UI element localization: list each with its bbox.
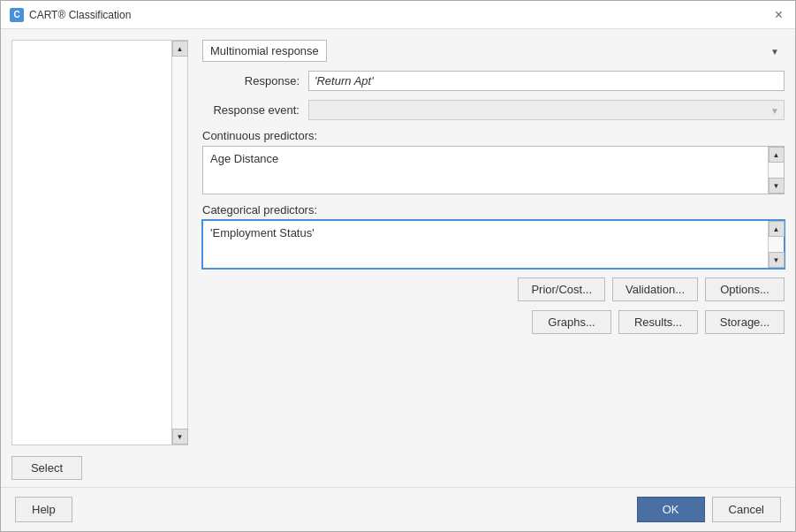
cat-scroll-up[interactable]: ▲ [769, 221, 785, 237]
storage-button[interactable]: Storage... [705, 310, 785, 334]
button-row-2: Graphs... Results... Storage... [202, 310, 785, 334]
response-type-row: Multinomial response Binary response Ord… [202, 40, 785, 62]
cancel-button[interactable]: Cancel [712, 497, 781, 522]
cont-scroll-down[interactable]: ▼ [769, 178, 785, 194]
ok-button[interactable]: OK [637, 497, 705, 522]
cart-classification-dialog: C CART® Classification × ▲ ▼ Multinomial… [0, 0, 796, 532]
dialog-title: CART® Classification [29, 9, 131, 21]
response-input[interactable] [308, 71, 785, 91]
results-button[interactable]: Results... [618, 310, 698, 334]
right-panel: Multinomial response Binary response Ord… [202, 40, 785, 445]
footer-right: OK Cancel [637, 497, 781, 522]
variable-list-content [12, 41, 187, 445]
graphs-button[interactable]: Graphs... [532, 310, 611, 334]
continuous-predictors-label: Continuous predictors: [202, 129, 785, 142]
categorical-predictors-label: Categorical predictors: [202, 203, 785, 217]
response-event-row: Response event: [202, 100, 785, 120]
select-row: Select [1, 456, 795, 487]
response-event-dropdown[interactable] [308, 100, 785, 120]
scroll-up-arrow[interactable]: ▲ [172, 41, 188, 57]
categorical-predictors-input[interactable] [203, 221, 768, 265]
scroll-down-arrow[interactable]: ▼ [172, 429, 188, 445]
continuous-predictors-input[interactable] [203, 147, 768, 191]
continuous-predictors-scrollbar: ▲ ▼ [768, 147, 784, 194]
scroll-track [172, 57, 187, 429]
validation-button[interactable]: Validation... [612, 277, 698, 301]
continuous-predictors-wrapper: ▲ ▼ [202, 146, 785, 194]
response-event-wrapper [308, 100, 785, 120]
categorical-predictors-section: Categorical predictors: ▲ ▼ [202, 203, 785, 269]
options-button[interactable]: Options... [705, 277, 785, 301]
cat-scroll-track [769, 237, 784, 252]
title-bar: C CART® Classification × [1, 1, 795, 29]
response-label: Response: [202, 74, 299, 87]
variable-list-panel: ▲ ▼ [11, 40, 188, 445]
left-panel-scrollbar: ▲ ▼ [171, 41, 187, 445]
help-button[interactable]: Help [15, 497, 72, 522]
response-type-dropdown-wrapper: Multinomial response Binary response Ord… [202, 40, 785, 62]
categorical-predictors-wrapper: ▲ ▼ [202, 220, 785, 269]
footer-left: Help [15, 497, 72, 522]
cont-scroll-up[interactable]: ▲ [769, 147, 785, 163]
continuous-predictors-section: Continuous predictors: ▲ ▼ [202, 129, 785, 194]
cart-icon: C [10, 8, 24, 22]
prior-cost-button[interactable]: Prior/Cost... [518, 277, 605, 301]
response-type-dropdown[interactable]: Multinomial response Binary response Ord… [202, 40, 327, 62]
close-button[interactable]: × [771, 8, 786, 22]
dialog-footer: Help OK Cancel [1, 487, 795, 531]
categorical-predictors-scrollbar: ▲ ▼ [768, 221, 784, 268]
cat-scroll-down[interactable]: ▼ [769, 252, 785, 268]
cont-scroll-track [769, 163, 784, 178]
select-button[interactable]: Select [11, 456, 82, 480]
title-bar-left: C CART® Classification [10, 8, 131, 22]
button-row-1: Prior/Cost... Validation... Options... [202, 277, 785, 301]
response-field-row: Response: [202, 71, 785, 91]
dialog-body: ▲ ▼ Multinomial response Binary response… [1, 29, 795, 456]
response-event-label: Response event: [202, 103, 299, 117]
